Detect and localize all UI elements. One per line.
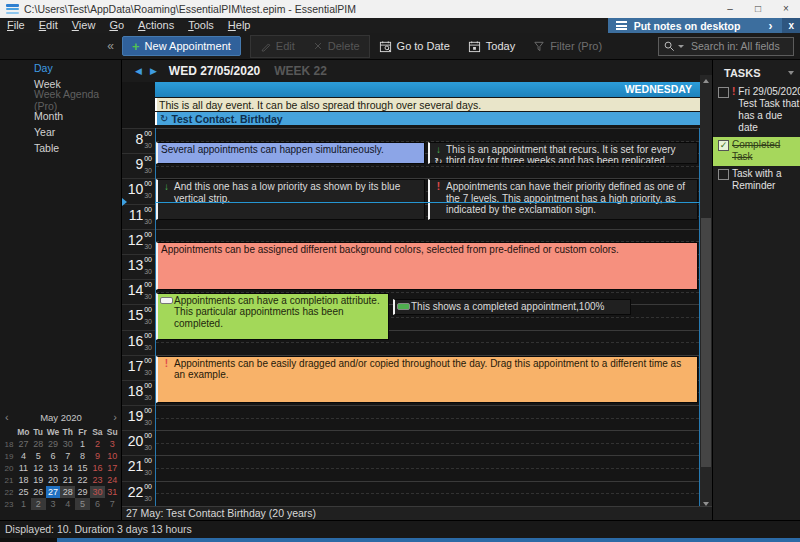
sidebar-item-year[interactable]: Year xyxy=(0,124,121,140)
mini-calendar-day[interactable]: 2 xyxy=(90,438,105,450)
chevron-right-icon[interactable]: › xyxy=(768,19,772,33)
mini-calendar-day[interactable]: 4 xyxy=(60,498,75,510)
mini-calendar-day[interactable]: 5 xyxy=(31,450,46,462)
mini-calendar-day[interactable]: 29 xyxy=(46,438,61,450)
mini-calendar-day[interactable]: 27 xyxy=(16,438,31,450)
prev-month-icon[interactable]: ‹ xyxy=(5,412,17,423)
prev-day-icon[interactable]: ◀ xyxy=(131,66,146,76)
maximize-button[interactable]: □ xyxy=(744,0,772,18)
next-day-icon[interactable]: ▶ xyxy=(146,66,161,76)
mini-calendar-day[interactable]: 14 xyxy=(60,462,75,474)
mini-calendar-day[interactable]: 23 xyxy=(90,474,105,486)
next-month-icon[interactable]: › xyxy=(105,412,117,423)
day-column-header[interactable]: WEDNESDAY xyxy=(155,82,700,97)
mini-calendar-day[interactable]: 11 xyxy=(16,462,31,474)
menu-go[interactable]: Go xyxy=(102,18,131,33)
sidebar-item-table[interactable]: Table xyxy=(0,140,121,156)
mini-calendar-day[interactable]: 8 xyxy=(75,450,90,462)
tasks-panel-header[interactable]: TASKS xyxy=(713,60,800,84)
tasks-panel-title: TASKS xyxy=(724,67,788,79)
mini-calendar-day[interactable]: 27 xyxy=(46,486,61,498)
banner-close-button[interactable]: x xyxy=(782,18,800,33)
mini-calendar-day[interactable]: 30 xyxy=(60,438,75,450)
mini-calendar-day[interactable]: 16 xyxy=(90,462,105,474)
appointment[interactable]: !Appointments can be easily dragged and/… xyxy=(156,356,698,403)
mini-calendar-day[interactable]: 7 xyxy=(105,498,120,510)
appointment[interactable]: ↓↻This is an appointment that recurs. It… xyxy=(428,142,698,164)
mini-calendar-day[interactable]: 2 xyxy=(31,498,46,510)
sidebar-item-week-agenda-pro-[interactable]: Week Agenda (Pro) xyxy=(0,92,121,108)
mini-calendar-day[interactable]: 5 xyxy=(75,498,90,510)
mini-calendar-day[interactable]: 20 xyxy=(46,474,61,486)
mini-calendar-day[interactable]: 3 xyxy=(46,498,61,510)
mini-calendar-day[interactable]: 7 xyxy=(60,450,75,462)
today-button[interactable]: Today xyxy=(459,40,524,53)
appointment[interactable]: Several appointments can happen simultan… xyxy=(156,142,425,164)
sidebar-item-day[interactable]: Day xyxy=(0,60,121,76)
mini-calendar-day[interactable]: 31 xyxy=(105,486,120,498)
mini-calendar-week-row: 2225262728293031 xyxy=(2,486,120,498)
collapse-sidebar-button[interactable]: « xyxy=(107,40,114,52)
notification-banner[interactable]: Put notes on desktop › x xyxy=(608,18,800,33)
mini-calendar-day[interactable]: 6 xyxy=(90,498,105,510)
new-appointment-button[interactable]: + New Appointment xyxy=(122,36,241,56)
gutter-hour-cell: 200030 xyxy=(122,430,155,455)
gutter-hour-cell: 130030 xyxy=(122,254,155,279)
menu-actions[interactable]: Actions xyxy=(131,18,181,33)
minimize-button[interactable]: – xyxy=(716,0,744,18)
task-item[interactable]: ✓Completed Task xyxy=(713,137,800,166)
mini-calendar-day[interactable]: 15 xyxy=(75,462,90,474)
menu-edit[interactable]: Edit xyxy=(32,18,65,33)
menu-help[interactable]: Help xyxy=(221,18,258,33)
mini-calendar-day[interactable]: 9 xyxy=(90,450,105,462)
allday-event[interactable]: This is all day event. It can be also sp… xyxy=(155,98,700,111)
mini-calendar-day[interactable]: 17 xyxy=(105,462,120,474)
go-to-date-button[interactable]: Go to Date xyxy=(370,40,459,53)
mini-calendar-day[interactable]: 6 xyxy=(46,450,61,462)
mini-calendar-day[interactable]: 22 xyxy=(75,474,90,486)
edit-button[interactable]: Edit xyxy=(251,40,304,52)
close-button[interactable]: × xyxy=(772,0,800,18)
mini-calendar-day[interactable]: 3 xyxy=(105,438,120,450)
task-checkbox[interactable] xyxy=(718,87,729,98)
menu-tools[interactable]: Tools xyxy=(181,18,221,33)
scrollbar-thumb[interactable] xyxy=(701,218,711,467)
mini-calendar-day[interactable]: 25 xyxy=(16,486,31,498)
mini-calendar-day[interactable]: 21 xyxy=(60,474,75,486)
task-checkbox[interactable]: ✓ xyxy=(718,140,729,151)
calendar-scrollbar[interactable] xyxy=(700,75,712,510)
task-item[interactable]: !Fri 29/05/2020Test Task that has a due … xyxy=(713,84,800,137)
appointment[interactable]: Appointments can have a completion attri… xyxy=(156,293,389,340)
mini-calendar-day[interactable]: 28 xyxy=(60,486,75,498)
mini-calendar-day[interactable]: 26 xyxy=(31,486,46,498)
weekday-label: Sa xyxy=(90,426,105,438)
mini-calendar-day[interactable]: 1 xyxy=(16,498,31,510)
mini-calendar-day[interactable]: 18 xyxy=(16,474,31,486)
mini-calendar-day[interactable]: 29 xyxy=(75,486,90,498)
search-input[interactable] xyxy=(659,38,793,55)
appointment[interactable]: !Appointments can have their priority de… xyxy=(428,179,698,220)
mini-calendar-day[interactable]: 10 xyxy=(105,450,120,462)
mini-calendar-day[interactable]: 30 xyxy=(90,486,105,498)
allday-event[interactable]: ↻Test Contact. Birthday xyxy=(155,112,700,125)
mini-calendar-day[interactable]: 13 xyxy=(46,462,61,474)
mini-calendar-day[interactable]: 12 xyxy=(31,462,46,474)
mini-calendar-day[interactable]: 4 xyxy=(16,450,31,462)
chevron-down-icon[interactable] xyxy=(788,71,794,75)
appointment-text: And this one has a low priority as shown… xyxy=(174,181,421,218)
task-checkbox[interactable] xyxy=(718,169,729,180)
task-item[interactable]: Task with a Reminder xyxy=(713,166,800,195)
week-number: 18 xyxy=(2,440,16,449)
mini-calendar-day[interactable]: 19 xyxy=(31,474,46,486)
appointment[interactable]: This shows a completed appointment,100% xyxy=(393,299,631,315)
appointment[interactable]: ↓And this one has a low priority as show… xyxy=(156,179,425,220)
menu-view[interactable]: View xyxy=(65,18,103,33)
mini-calendar-day[interactable]: 1 xyxy=(75,438,90,450)
mini-calendar-day[interactable]: 28 xyxy=(31,438,46,450)
mini-calendar-day[interactable]: 24 xyxy=(105,474,120,486)
delete-button[interactable]: Delete xyxy=(304,40,369,52)
appointment[interactable]: Appointments can be assigned different b… xyxy=(156,242,698,289)
scroll-up-icon[interactable] xyxy=(703,79,709,83)
filter-button[interactable]: Filter (Pro) xyxy=(524,40,611,52)
menu-file[interactable]: File xyxy=(0,18,32,33)
